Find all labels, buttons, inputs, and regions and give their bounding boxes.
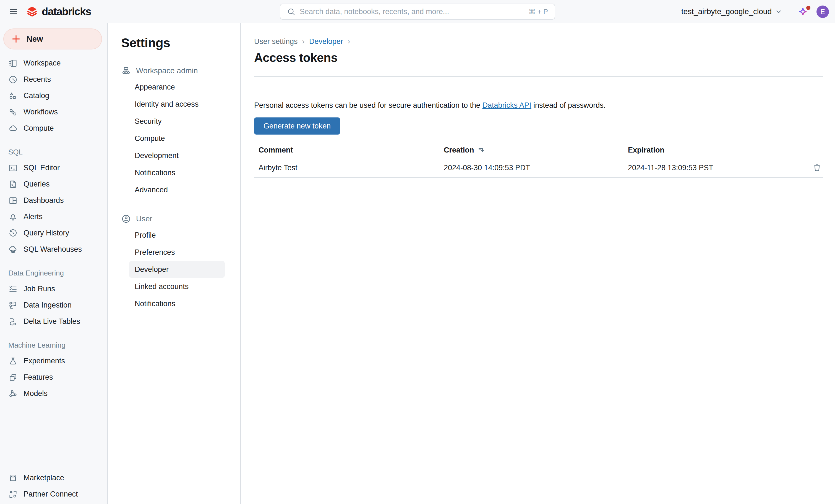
settings-item-developer[interactable]: Developer xyxy=(129,261,225,278)
sidebar-item-label: SQL Editor xyxy=(23,164,60,172)
settings-group-header: Workspace admin xyxy=(121,63,240,79)
sidebar-item-alerts[interactable]: Alerts xyxy=(0,209,107,225)
sidebar-item-label: Dashboards xyxy=(23,196,64,205)
assistant-sparkle-icon[interactable] xyxy=(797,5,809,18)
delta-live-tables-icon xyxy=(8,317,18,326)
sidebar-item-compute[interactable]: Compute xyxy=(0,120,107,136)
sidebar-item-sql-warehouses[interactable]: SQL Warehouses xyxy=(0,241,107,257)
settings-nav: Settings Workspace admin Appearance Iden… xyxy=(108,23,241,504)
sidebar-item-label: Job Runs xyxy=(23,285,55,293)
databricks-api-link[interactable]: Databricks API xyxy=(483,101,531,109)
description-suffix: instead of passwords. xyxy=(531,101,606,109)
token-creation: 2024-08-30 14:09:53 PDT xyxy=(439,164,624,172)
workspace-name: test_airbyte_google_cloud xyxy=(681,7,772,16)
generate-new-token-button[interactable]: Generate new token xyxy=(254,118,340,134)
chevron-down-icon xyxy=(775,8,782,15)
user-circle-icon xyxy=(121,214,131,224)
sidebar-item-recents[interactable]: Recents xyxy=(0,71,107,88)
bell-icon xyxy=(8,212,18,222)
sidebar-item-delta-live-tables[interactable]: Delta Live Tables xyxy=(0,313,107,330)
token-expiration: 2024-11-28 13:09:53 PST xyxy=(624,164,806,172)
settings-item-user-notifications[interactable]: Notifications xyxy=(129,295,225,312)
settings-item-profile[interactable]: Profile xyxy=(129,227,225,244)
settings-item-notifications[interactable]: Notifications xyxy=(129,164,225,181)
clock-icon xyxy=(8,75,18,84)
notification-dot xyxy=(806,6,810,10)
settings-item-preferences[interactable]: Preferences xyxy=(129,244,225,261)
search-input[interactable] xyxy=(300,7,524,16)
catalog-icon xyxy=(8,91,18,101)
breadcrumb-separator: › xyxy=(348,37,350,46)
sidebar-item-label: Alerts xyxy=(23,212,43,221)
settings-item-linked-accounts[interactable]: Linked accounts xyxy=(129,278,225,295)
flask-icon xyxy=(8,356,18,366)
sidebar-item-query-history[interactable]: Query History xyxy=(0,225,107,241)
sidebar-footer: Marketplace Partner Connect xyxy=(0,470,107,504)
settings-item-security[interactable]: Security xyxy=(129,113,225,130)
settings-group-header: User xyxy=(121,211,240,227)
column-header-creation[interactable]: Creation xyxy=(439,146,624,154)
settings-group-user: User Profile Preferences Developer Linke… xyxy=(121,211,240,312)
description-prefix: Personal access tokens can be used for s… xyxy=(254,101,483,109)
search-shortcut: ⌘ + P xyxy=(529,8,548,16)
token-comment: Airbyte Test xyxy=(254,164,439,172)
workflows-icon xyxy=(8,107,18,117)
sidebar-item-data-ingestion[interactable]: Data Ingestion xyxy=(0,297,107,313)
settings-item-appearance[interactable]: Appearance xyxy=(129,79,225,96)
page-title: Access tokens xyxy=(254,51,823,65)
hamburger-menu-icon[interactable] xyxy=(7,5,20,18)
plus-icon xyxy=(11,34,21,44)
breadcrumb-separator: › xyxy=(302,37,305,46)
workspace-selector[interactable]: test_airbyte_google_cloud xyxy=(681,7,782,16)
databricks-logo-icon xyxy=(26,5,38,18)
sql-editor-icon xyxy=(8,163,18,173)
sidebar-item-label: Delta Live Tables xyxy=(23,317,80,326)
query-history-icon xyxy=(8,229,18,238)
delete-token-button[interactable] xyxy=(806,163,823,172)
cloud-icon xyxy=(8,124,18,133)
sidebar-item-sql-editor[interactable]: SQL Editor xyxy=(0,160,107,176)
sidebar-item-experiments[interactable]: Experiments xyxy=(0,353,107,369)
column-header-comment[interactable]: Comment xyxy=(254,146,439,154)
sidebar-item-workspace[interactable]: Workspace xyxy=(0,55,107,71)
new-button-label: New xyxy=(26,35,43,44)
settings-item-development[interactable]: Development xyxy=(129,147,225,164)
sidebar-item-queries[interactable]: Queries xyxy=(0,176,107,192)
sidebar-item-job-runs[interactable]: Job Runs xyxy=(0,281,107,297)
sidebar-item-label: Workspace xyxy=(23,59,61,67)
sidebar-item-catalog[interactable]: Catalog xyxy=(0,88,107,104)
sidebar-item-label: Models xyxy=(23,389,47,398)
access-tokens-table: Comment Creation Expiration Airbyte Test… xyxy=(254,142,823,178)
sidebar-item-features[interactable]: Features xyxy=(0,369,107,385)
trash-icon xyxy=(813,163,821,172)
settings-item-advanced[interactable]: Advanced xyxy=(129,181,225,198)
data-ingestion-icon xyxy=(8,301,18,310)
sidebar-section-machine-learning: Machine Learning xyxy=(0,337,107,353)
org-chart-icon xyxy=(121,66,131,76)
databricks-wordmark: databricks xyxy=(42,6,91,18)
settings-group-workspace-admin: Workspace admin Appearance Identity and … xyxy=(121,63,240,198)
sidebar-item-dashboards[interactable]: Dashboards xyxy=(0,192,107,209)
breadcrumb-user-settings[interactable]: User settings xyxy=(254,37,298,46)
sidebar-item-models[interactable]: Models xyxy=(0,385,107,402)
features-icon xyxy=(8,373,18,382)
global-search[interactable]: ⌘ + P xyxy=(280,4,555,20)
sidebar-item-label: Data Ingestion xyxy=(23,301,72,310)
settings-title: Settings xyxy=(121,35,240,50)
sidebar-item-marketplace[interactable]: Marketplace xyxy=(0,470,107,486)
sidebar-item-partner-connect[interactable]: Partner Connect xyxy=(0,486,107,502)
sidebar-item-label: Features xyxy=(23,373,53,382)
new-button[interactable]: New xyxy=(3,28,102,49)
avatar[interactable]: E xyxy=(816,5,829,18)
breadcrumb-developer[interactable]: Developer xyxy=(309,37,343,46)
sidebar-item-label: Marketplace xyxy=(23,474,64,482)
table-header-row: Comment Creation Expiration xyxy=(254,142,823,158)
settings-item-identity-and-access[interactable]: Identity and access xyxy=(129,96,225,113)
sidebar-section-sql: SQL xyxy=(0,144,107,160)
column-header-label: Creation xyxy=(444,146,474,154)
column-header-expiration[interactable]: Expiration xyxy=(624,146,806,154)
settings-item-compute[interactable]: Compute xyxy=(129,130,225,147)
settings-group-label: User xyxy=(136,214,152,223)
databricks-logo[interactable]: databricks xyxy=(26,5,91,18)
sidebar-item-workflows[interactable]: Workflows xyxy=(0,104,107,120)
